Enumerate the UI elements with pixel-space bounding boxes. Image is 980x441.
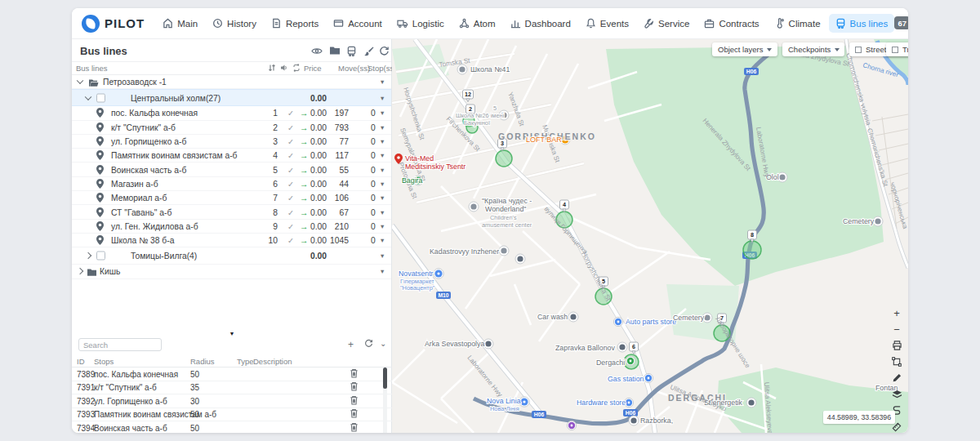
route-checkbox[interactable] xyxy=(96,93,105,102)
select-area-button[interactable] xyxy=(890,356,903,368)
row-menu-caret[interactable]: ▾ xyxy=(381,151,384,159)
table-scrollbar[interactable] xyxy=(383,368,387,433)
volume-icon[interactable] xyxy=(280,64,288,74)
check-icon: ✓ xyxy=(287,179,294,188)
folder-name: Кишь xyxy=(100,267,120,276)
row-menu-caret[interactable]: ▾ xyxy=(381,78,384,86)
nav-item-reports[interactable]: Reports xyxy=(265,14,325,33)
row-menu-caret[interactable]: ▾ xyxy=(381,208,384,216)
cell-id: 7394 xyxy=(77,423,95,432)
nav-item-dashboard[interactable]: Dashboard xyxy=(504,14,577,33)
open-folder-icon xyxy=(88,78,99,87)
repeat-icon[interactable] xyxy=(292,64,301,74)
nav-item-events[interactable]: Events xyxy=(579,14,635,33)
folders-button[interactable] xyxy=(329,46,341,56)
bus-stop-row[interactable]: Магазин а-б 6 ✓ → 0.00 44 0 ▾ xyxy=(72,177,391,191)
row-menu-caret[interactable]: ▾ xyxy=(381,94,384,102)
route-group-row-selected[interactable]: Центральный холм(27) 0.00 ▾ xyxy=(72,89,391,106)
direction-arrow-icon: → xyxy=(300,194,308,203)
table-row[interactable]: 7389пос. Кальфа конечная50 xyxy=(72,368,392,381)
visibility-button[interactable] xyxy=(311,46,323,56)
row-menu-caret[interactable]: ▾ xyxy=(381,267,384,275)
zoom-in-button[interactable]: + xyxy=(890,307,903,318)
chevron-right-icon[interactable] xyxy=(85,252,91,259)
app-logo[interactable]: PILOT xyxy=(72,15,156,33)
table-row[interactable]: 7394Воинская часть а-б50 xyxy=(72,421,392,433)
zoom-out-button[interactable]: − xyxy=(890,323,903,335)
route-checkbox[interactable] xyxy=(96,252,105,261)
bus-stop-row[interactable]: Мемориал а-б 7 ✓ → 0.00 106 0 ▾ xyxy=(72,191,391,205)
map-pin-icon xyxy=(96,235,104,245)
traffic-checkbox[interactable] xyxy=(892,47,898,53)
nav-item-service[interactable]: Service xyxy=(637,14,696,33)
svg-text:Cemetery: Cemetery xyxy=(843,217,875,225)
chevron-down-icon[interactable] xyxy=(77,78,83,84)
bus-stop-row[interactable]: Памятник воинам связистам а-б 4 ✓ → 0.00… xyxy=(72,149,391,163)
traffic-toggle[interactable]: Traffic xyxy=(886,42,908,56)
row-menu-caret[interactable]: ▾ xyxy=(381,252,384,260)
stop-move: 44 xyxy=(321,179,349,188)
bus-stop-row[interactable]: Воинская часть а-б 5 ✓ → 0.00 55 0 ▾ xyxy=(72,163,391,176)
counter-badge-gray[interactable]: 67 xyxy=(894,16,908,29)
draw-button[interactable] xyxy=(890,372,903,384)
row-menu-caret[interactable]: ▾ xyxy=(381,222,384,230)
row-menu-caret[interactable]: ▾ xyxy=(381,123,384,131)
nav-item-climate[interactable]: Climate xyxy=(768,14,827,33)
bus-stop-row[interactable]: СТ "Гавань" а-б 8 ✓ → 0.00 67 0 ▾ xyxy=(72,205,391,219)
add-stop-button[interactable]: + xyxy=(348,339,354,350)
refresh-table-button[interactable] xyxy=(364,339,373,350)
search-input[interactable] xyxy=(78,338,162,351)
print-button[interactable] xyxy=(890,340,903,351)
bus-stop-row[interactable]: к/т "Спутник" а-б 2 ✓ → 0.00 793 0 ▾ xyxy=(72,121,391,135)
table-row[interactable]: 7391к/т "Спутник" а-б35 xyxy=(72,381,392,395)
layers-button[interactable] xyxy=(890,389,903,400)
row-menu-caret[interactable]: ▾ xyxy=(381,180,384,188)
svg-text:amusement center: amusement center xyxy=(482,221,532,229)
object-layers-dropdown[interactable]: Object layers xyxy=(712,42,777,56)
stop-name: Мемориал а-б xyxy=(111,194,167,203)
delete-row-button[interactable] xyxy=(350,422,359,433)
delete-row-button[interactable] xyxy=(350,408,359,420)
map-canvas[interactable]: Н06 Н06 Н06 Н06 М10 xyxy=(392,39,908,433)
refresh-button[interactable] xyxy=(379,46,390,56)
bus-stop-row[interactable]: пос. Кальфа конечная 1 ✓ → 0.00 197 0 ▾ xyxy=(72,106,391,120)
chevron-down-icon[interactable] xyxy=(85,93,91,100)
table-row[interactable]: 7393Памятник воинам связистам а-б50 xyxy=(72,408,392,422)
chevron-right-icon[interactable] xyxy=(77,268,83,274)
nav-item-history[interactable]: History xyxy=(206,14,263,33)
checkpoints-dropdown[interactable]: Checkpoints xyxy=(782,42,844,56)
style-button[interactable] xyxy=(363,46,374,56)
collapse-table-button[interactable]: ⌄ xyxy=(380,339,386,348)
bus-stop-row[interactable]: ул. Ген. Жидилова а-б 9 ✓ → 0.00 210 0 ▾ xyxy=(72,220,391,234)
delete-row-button[interactable] xyxy=(350,381,359,393)
nav-item-bus-lines[interactable]: Bus lines xyxy=(829,14,895,33)
delete-row-button[interactable] xyxy=(350,368,359,380)
row-menu-caret[interactable]: ▾ xyxy=(381,166,384,174)
svg-text:"Країна чудес -: "Країна чудес - xyxy=(482,197,532,205)
bell-icon xyxy=(586,18,596,29)
tree-folder-row[interactable]: Кишь ▾ xyxy=(72,265,391,278)
bus-view-button[interactable] xyxy=(346,46,357,56)
row-menu-caret[interactable]: ▾ xyxy=(381,109,384,117)
nav-item-logistic[interactable]: Logistic xyxy=(390,14,451,33)
nav-item-account[interactable]: Account xyxy=(327,14,389,33)
nav-item-atom[interactable]: Atom xyxy=(452,14,502,33)
nav-item-main[interactable]: Main xyxy=(156,14,204,33)
cell-stop: пос. Кальфа конечная xyxy=(94,369,178,378)
nav-item-contracts[interactable]: Contracts xyxy=(697,14,765,33)
tree-folder-row[interactable]: Петрозаводск -1 ▾ xyxy=(72,75,391,89)
street-view-checkbox[interactable] xyxy=(855,47,862,53)
route-group-row[interactable]: Томицы-Вилга(4) 0.00 ▾ xyxy=(72,247,391,265)
delete-row-button[interactable] xyxy=(350,395,359,407)
bus-stop-row[interactable]: ул. Горпищенко а-б 3 ✓ → 0.00 77 0 ▾ xyxy=(72,135,391,149)
row-menu-caret[interactable]: ▾ xyxy=(381,236,384,244)
direction-arrow-icon: → xyxy=(300,122,308,131)
row-menu-caret[interactable]: ▾ xyxy=(381,194,384,202)
bus-stop-row[interactable]: Школа № 38 б-а 10 ✓ → 0.00 1045 0 ▾ xyxy=(72,234,391,247)
row-menu-caret[interactable]: ▾ xyxy=(381,137,384,145)
table-row[interactable]: 7392ул. Горпищенко а-б30 xyxy=(72,394,392,408)
direction-arrow-icon: → xyxy=(300,137,308,146)
sort-icon[interactable] xyxy=(268,64,276,74)
stop-stopvalue: 0 xyxy=(371,221,376,230)
scrollbar-thumb[interactable] xyxy=(383,368,387,389)
